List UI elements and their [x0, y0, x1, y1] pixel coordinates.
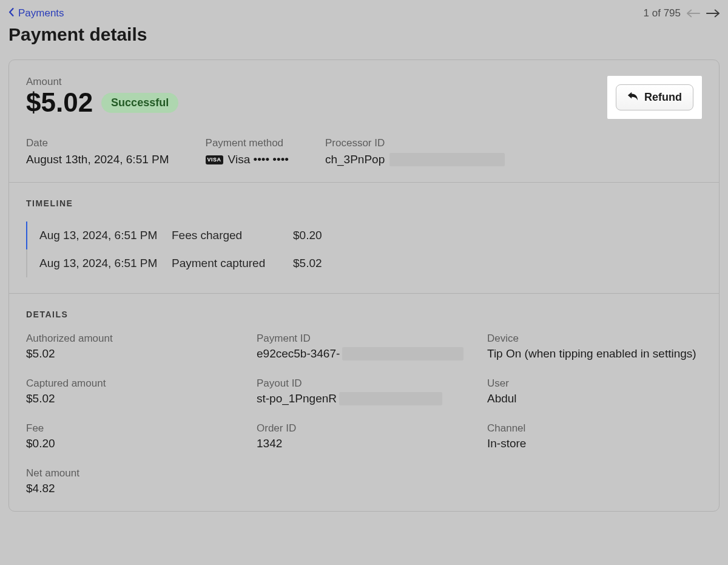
detail-label: Net amount [26, 467, 257, 479]
detail-value: 1342 [257, 437, 487, 450]
chevron-left-icon [8, 7, 15, 19]
timeline: Aug 13, 2024, 6:51 PM Fees charged $0.20… [26, 222, 702, 277]
meta-date-label: Date [26, 137, 169, 149]
detail-value: In-store [487, 437, 702, 450]
visa-icon: VISA [206, 155, 223, 164]
detail-label: Device [487, 333, 702, 345]
pager: 1 of 795 [644, 7, 720, 19]
meta-processor-label: Processor ID [325, 137, 505, 149]
detail-payout-id: Payout ID st-po_1PngenR [257, 377, 487, 405]
detail-value: Abdul [487, 392, 702, 405]
meta-method-label: Payment method [206, 137, 289, 149]
amount-value: $5.02 [26, 88, 93, 117]
detail-value: $5.02 [26, 392, 257, 405]
redacted-block [389, 153, 505, 166]
timeline-row: Aug 13, 2024, 6:51 PM Payment captured $… [26, 249, 702, 277]
refund-button[interactable]: Refund [616, 84, 693, 110]
meta-method-value: VISA Visa •••• •••• [206, 153, 289, 166]
detail-value-text: st-po_1PngenR [257, 392, 337, 405]
meta-date-value: August 13th, 2024, 6:51 PM [26, 153, 169, 166]
detail-device: Device Tip On (when tipping enabled in s… [487, 333, 702, 360]
redacted-block [342, 347, 463, 360]
timeline-event: Payment captured [172, 257, 293, 270]
detail-net-amount: Net amount $4.82 [26, 467, 257, 495]
timeline-event: Fees charged [172, 229, 293, 242]
detail-value: $5.02 [26, 347, 257, 360]
detail-value: st-po_1PngenR [257, 392, 487, 405]
amount-section: Amount $5.02 Successful Refund [9, 60, 719, 183]
detail-value-text: e92cec5b-3467- [257, 347, 340, 360]
page-title: Payment details [8, 24, 720, 45]
details-section: DETAILS Authorized amount $5.02 Payment … [9, 294, 719, 511]
topbar: Payments 1 of 795 [8, 7, 720, 19]
timeline-amount: $0.20 [293, 229, 366, 242]
amount-label: Amount [26, 76, 178, 88]
detail-value: e92cec5b-3467- [257, 347, 487, 360]
detail-label: Order ID [257, 422, 487, 435]
payment-card: Amount $5.02 Successful Refund [8, 59, 720, 512]
detail-captured-amount: Captured amount $5.02 [26, 377, 257, 405]
detail-channel: Channel In-store [487, 422, 702, 450]
details-heading: DETAILS [26, 310, 702, 319]
pager-prev-button[interactable] [687, 9, 700, 18]
timeline-row: Aug 13, 2024, 6:51 PM Fees charged $0.20 [27, 222, 702, 249]
back-link-label: Payments [18, 7, 64, 19]
detail-value: $0.20 [26, 437, 257, 450]
timeline-ts: Aug 13, 2024, 6:51 PM [39, 229, 172, 242]
status-badge: Successful [101, 93, 178, 113]
pager-count: 1 of 795 [644, 7, 681, 19]
detail-value: $4.82 [26, 482, 257, 495]
detail-payment-id: Payment ID e92cec5b-3467- [257, 333, 487, 360]
detail-order-id: Order ID 1342 [257, 422, 487, 450]
detail-label: Payment ID [257, 333, 487, 345]
detail-label: Channel [487, 422, 702, 435]
detail-fee: Fee $0.20 [26, 422, 257, 450]
refund-highlight: Refund [607, 76, 702, 119]
redacted-block [339, 392, 442, 405]
timeline-heading: TIMELINE [26, 198, 702, 208]
timeline-section: TIMELINE Aug 13, 2024, 6:51 PM Fees char… [9, 183, 719, 294]
meta-date: Date August 13th, 2024, 6:51 PM [26, 137, 169, 166]
detail-label: Payout ID [257, 377, 487, 390]
detail-label: Fee [26, 422, 257, 435]
detail-label: Authorized amount [26, 333, 257, 345]
timeline-ts: Aug 13, 2024, 6:51 PM [39, 257, 172, 270]
detail-authorized-amount: Authorized amount $5.02 [26, 333, 257, 360]
detail-user: User Abdul [487, 377, 702, 405]
meta-method-text: Visa •••• •••• [228, 153, 289, 166]
detail-value: Tip On (when tipping enabled in settings… [487, 347, 702, 360]
refund-button-label: Refund [644, 91, 682, 104]
detail-label: User [487, 377, 702, 390]
detail-label: Captured amount [26, 377, 257, 390]
meta-processor-value: ch_3PnPop [325, 153, 505, 166]
meta-processor: Processor ID ch_3PnPop [325, 137, 505, 166]
meta-method: Payment method VISA Visa •••• •••• [206, 137, 289, 166]
back-to-payments-link[interactable]: Payments [8, 7, 64, 19]
pager-next-button[interactable] [706, 9, 720, 18]
processor-id-text: ch_3PnPop [325, 153, 385, 166]
reply-arrow-icon [627, 91, 638, 104]
timeline-amount: $5.02 [293, 257, 366, 270]
